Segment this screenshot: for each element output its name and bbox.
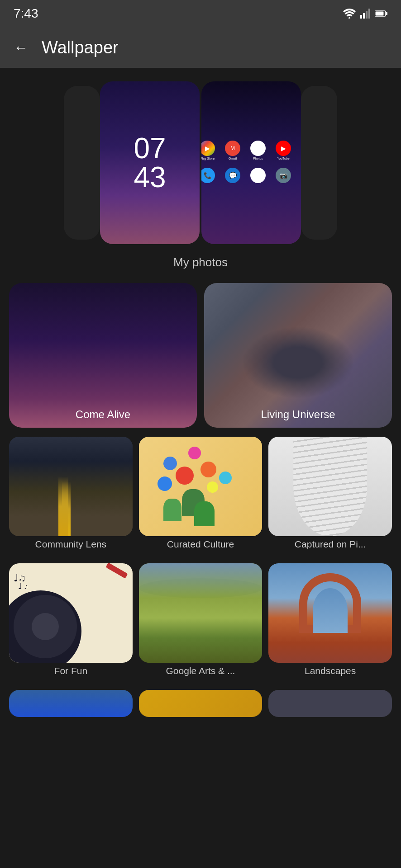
battery-icon [375, 10, 387, 17]
category-card-for-fun[interactable]: ♩♫ ♩ ♪ [9, 563, 133, 663]
app-grid: ▶ Play Store M Gmail ✿ Photos ▶ [201, 139, 294, 186]
arch-lines-image [268, 437, 392, 536]
community-lens-label: Community Lens [9, 539, 133, 550]
google-arts-label: Google Arts & ... [139, 665, 263, 676]
landscapes-wrapper: Landscapes [268, 563, 392, 663]
small-category-grid-row2: ♩♫ ♩ ♪ For Fun Google Arts & ... Landsca… [9, 563, 392, 681]
phone-shadow-left [64, 86, 100, 240]
phone-screen-home: ▶ Play Store M Gmail ✿ Photos ▶ [201, 81, 301, 244]
back-button[interactable]: ← [14, 39, 28, 56]
app-icon-chrome: ◎ [247, 165, 269, 186]
phone-preview-container[interactable]: 07 43 ▶ Play Store M Gmail [64, 81, 337, 244]
category-card-come-alive[interactable]: Come Alive [9, 283, 197, 428]
phone-screens: 07 43 ▶ Play Store M Gmail [100, 81, 301, 244]
category-card-curated-culture[interactable] [139, 437, 263, 536]
svg-rect-4 [368, 9, 370, 19]
community-lens-wrapper: Community Lens [9, 437, 133, 536]
signal-icon [360, 9, 370, 19]
status-icons [343, 9, 387, 19]
living-universe-label: Living Universe [204, 408, 392, 421]
for-fun-wrapper: ♩♫ ♩ ♪ For Fun [9, 563, 133, 663]
app-icon-playstore: ▶ Play Store [201, 139, 218, 161]
category-card-captured-on-pixel[interactable] [268, 437, 392, 536]
curated-culture-wrapper: Curated Culture [139, 437, 263, 536]
app-icon-camera: 📷 [272, 165, 294, 186]
my-photos-section: 07 43 ▶ Play Store M Gmail [9, 81, 392, 269]
landscapes-label: Landscapes [268, 665, 392, 676]
status-time: 7:43 [14, 6, 38, 21]
svg-rect-6 [386, 12, 387, 15]
captured-on-pixel-wrapper: Captured on Pi... [268, 437, 392, 536]
app-icon-messages: 💬 [222, 165, 243, 186]
category-card-google-arts[interactable] [139, 563, 263, 663]
app-icon-phone: 📞 [201, 165, 218, 186]
category-card-community-lens[interactable] [9, 437, 133, 536]
app-icon-photos: ✿ Photos [247, 139, 269, 161]
phone-screen-lock: 07 43 [100, 81, 200, 244]
top-bar: ← Wallpaper [0, 27, 401, 68]
app-icon-gmail: M Gmail [222, 139, 243, 161]
category-card-living-universe[interactable]: Living Universe [204, 283, 392, 428]
wifi-icon [343, 9, 356, 19]
svg-rect-2 [363, 13, 365, 19]
lock-time-hour: 07 [134, 134, 166, 163]
captured-on-pixel-label: Captured on Pi... [268, 539, 392, 550]
svg-rect-3 [366, 11, 368, 19]
lock-time-minute: 43 [134, 163, 166, 192]
my-photos-label: My photos [173, 255, 228, 269]
small-category-grid-row1: Community Lens Curated Cul [9, 437, 392, 554]
for-fun-label: For Fun [9, 665, 133, 676]
category-card-landscapes[interactable] [268, 563, 392, 663]
app-icon-youtube: ▶ YouTube [272, 139, 294, 161]
come-alive-label: Come Alive [9, 408, 197, 421]
svg-point-0 [348, 17, 350, 19]
partial-card-1[interactable] [9, 690, 133, 717]
main-content: 07 43 ▶ Play Store M Gmail [0, 68, 401, 735]
phone-shadow-right [301, 86, 337, 240]
svg-rect-7 [376, 12, 384, 16]
bottom-partial-row [9, 690, 392, 717]
google-arts-wrapper: Google Arts & ... [139, 563, 263, 663]
rocky-cliff-image [204, 283, 392, 428]
partial-card-2[interactable] [139, 690, 263, 717]
svg-rect-1 [360, 15, 362, 19]
page-title: Wallpaper [42, 38, 119, 57]
curated-culture-label: Curated Culture [139, 539, 263, 550]
partial-card-3[interactable] [268, 690, 392, 717]
large-category-grid: Come Alive Living Universe [9, 283, 392, 428]
status-bar: 7:43 [0, 0, 401, 27]
